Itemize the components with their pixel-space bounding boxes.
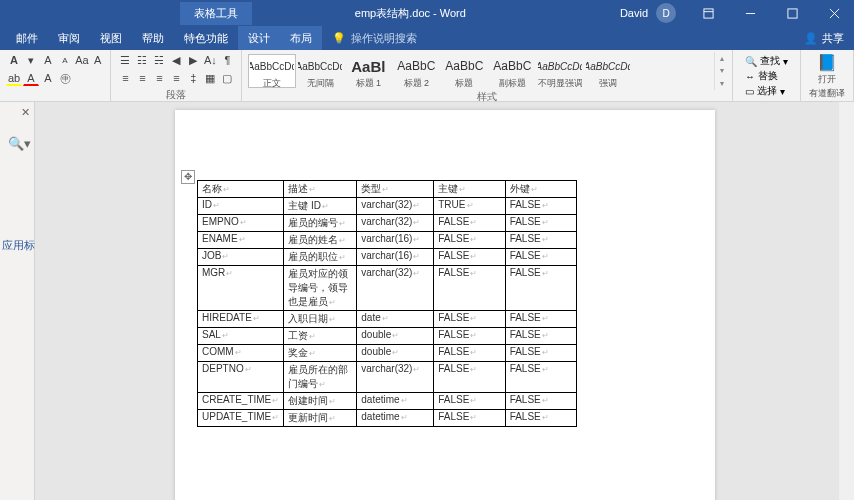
borders-button[interactable]: ▢ [219,70,235,86]
bullets-button[interactable]: ☰ [117,52,133,68]
sort-button[interactable]: A↓ [202,52,218,68]
table-cell[interactable]: HIREDATE↵ [198,311,284,328]
table-row[interactable]: DEPTNO↵雇员所在的部门编号↵varchar(32)↵FALSE↵FALSE… [198,362,577,393]
table-header-cell[interactable]: 描述↵ [284,181,357,198]
style-item[interactable]: AaBbCcDd无间隔 [296,54,344,88]
table-cell[interactable]: FALSE↵ [434,249,505,266]
table-row[interactable]: COMM↵奖金↵double↵FALSE↵FALSE↵ [198,345,577,362]
shading-button[interactable]: ▦ [202,70,218,86]
table-row[interactable]: CREATE_TIME↵创建时间↵datetime↵FALSE↵FALSE↵ [198,393,577,410]
table-cell[interactable]: 创建时间↵ [284,393,357,410]
table-cell[interactable]: varchar(16)↵ [357,249,434,266]
table-cell[interactable]: COMM↵ [198,345,284,362]
font-size-button[interactable]: ▾ [23,52,39,68]
table-header-cell[interactable]: 外键↵ [505,181,576,198]
table-cell[interactable]: FALSE↵ [505,311,576,328]
table-cell[interactable]: EMPNO↵ [198,215,284,232]
shrink-font-button[interactable]: A [57,52,73,68]
table-cell[interactable]: datetime↵ [357,393,434,410]
table-cell[interactable]: FALSE↵ [434,328,505,345]
increase-indent-button[interactable]: ▶ [185,52,201,68]
table-cell[interactable]: FALSE↵ [505,393,576,410]
table-cell[interactable]: double↵ [357,345,434,362]
vertical-scrollbar[interactable] [839,102,854,500]
table-cell[interactable]: JOB↵ [198,249,284,266]
table-header-cell[interactable]: 名称↵ [198,181,284,198]
table-cell[interactable]: FALSE↵ [505,410,576,427]
table-cell[interactable]: 雇员对应的领导编号，领导也是雇员↵ [284,266,357,311]
tab-mail[interactable]: 邮件 [6,26,48,51]
tab-special[interactable]: 特色功能 [174,26,238,51]
style-item[interactable]: AaBbC副标题 [488,54,536,88]
table-cell[interactable]: ID↵ [198,198,284,215]
table-cell[interactable]: FALSE↵ [434,393,505,410]
line-spacing-button[interactable]: ‡ [185,70,201,86]
tab-help[interactable]: 帮助 [132,26,174,51]
table-cell[interactable]: 雇员的职位↵ [284,249,357,266]
page[interactable]: ✥ 名称↵描述↵类型↵主键↵外键↵ID↵主键 ID↵varchar(32)↵TR… [175,110,715,500]
maximize-button[interactable] [772,0,812,26]
tab-layout[interactable]: 布局 [280,26,322,51]
table-cell[interactable]: FALSE↵ [434,232,505,249]
table-cell[interactable]: varchar(16)↵ [357,232,434,249]
table-cell[interactable]: CREATE_TIME↵ [198,393,284,410]
bold-button[interactable]: A [6,52,22,68]
table-cell[interactable]: UPDATE_TIME↵ [198,410,284,427]
table-row[interactable]: MGR↵雇员对应的领导编号，领导也是雇员↵varchar(32)↵FALSE↵F… [198,266,577,311]
find-button[interactable]: 🔍查找 ▾ [745,54,788,68]
highlight-button[interactable]: ab [6,70,22,86]
style-item[interactable]: AaBbC标题 [440,54,488,88]
style-item[interactable]: AaBl标题 1 [344,54,392,88]
table-cell[interactable]: 更新时间↵ [284,410,357,427]
table-row[interactable]: JOB↵雇员的职位↵varchar(16)↵FALSE↵FALSE↵ [198,249,577,266]
table-cell[interactable]: double↵ [357,328,434,345]
document-table[interactable]: 名称↵描述↵类型↵主键↵外键↵ID↵主键 ID↵varchar(32)↵TRUE… [197,180,577,427]
table-cell[interactable]: FALSE↵ [505,249,576,266]
decrease-indent-button[interactable]: ◀ [168,52,184,68]
replace-button[interactable]: ↔替换 [745,69,788,83]
table-header-cell[interactable]: 类型↵ [357,181,434,198]
user-avatar[interactable]: D [656,3,676,23]
table-row[interactable]: ID↵主键 ID↵varchar(32)↵TRUE↵FALSE↵ [198,198,577,215]
table-cell[interactable]: SAL↵ [198,328,284,345]
clear-format-button[interactable]: A [91,52,104,68]
table-cell[interactable]: FALSE↵ [434,345,505,362]
table-cell[interactable]: FALSE↵ [434,311,505,328]
table-cell[interactable]: FALSE↵ [505,345,576,362]
font-color-button[interactable]: A [23,70,39,86]
styles-scroll[interactable]: ▴▾▾ [714,52,728,90]
table-cell[interactable]: FALSE↵ [505,328,576,345]
tell-me-search[interactable]: 💡 操作说明搜索 [332,31,417,46]
table-cell[interactable]: TRUE↵ [434,198,505,215]
tab-design[interactable]: 设计 [238,26,280,51]
table-cell[interactable]: MGR↵ [198,266,284,311]
numbering-button[interactable]: ☷ [134,52,150,68]
table-cell[interactable]: DEPTNO↵ [198,362,284,393]
table-row[interactable]: SAL↵工资↵double↵FALSE↵FALSE↵ [198,328,577,345]
table-cell[interactable]: FALSE↵ [505,198,576,215]
table-cell[interactable]: date↵ [357,311,434,328]
table-cell[interactable]: datetime↵ [357,410,434,427]
style-item[interactable]: AaBbCcDd不明显强调 [536,54,584,88]
grow-font-button[interactable]: A [40,52,56,68]
style-item[interactable]: AaBbC标题 2 [392,54,440,88]
table-cell[interactable]: FALSE↵ [505,362,576,393]
tab-review[interactable]: 审阅 [48,26,90,51]
table-cell[interactable]: 主键 ID↵ [284,198,357,215]
table-cell[interactable]: 雇员的姓名↵ [284,232,357,249]
table-cell[interactable]: 奖金↵ [284,345,357,362]
table-cell[interactable]: FALSE↵ [434,266,505,311]
style-item[interactable]: AaBbCcDd正文 [248,54,296,88]
table-row[interactable]: ENAME↵雇员的姓名↵varchar(16)↵FALSE↵FALSE↵ [198,232,577,249]
justify-button[interactable]: ≡ [168,70,184,86]
table-cell[interactable]: FALSE↵ [505,232,576,249]
tab-view[interactable]: 视图 [90,26,132,51]
styles-gallery[interactable]: AaBbCcDd正文AaBbCcDd无间隔AaBl标题 1AaBbC标题 2Aa… [246,52,714,90]
select-button[interactable]: ▭选择 ▾ [745,84,788,98]
table-cell[interactable]: 雇员所在的部门编号↵ [284,362,357,393]
table-cell[interactable]: FALSE↵ [505,266,576,311]
table-cell[interactable]: 入职日期↵ [284,311,357,328]
style-item[interactable]: AaBbCcDd强调 [584,54,632,88]
align-left-button[interactable]: ≡ [117,70,133,86]
table-cell[interactable]: FALSE↵ [434,215,505,232]
